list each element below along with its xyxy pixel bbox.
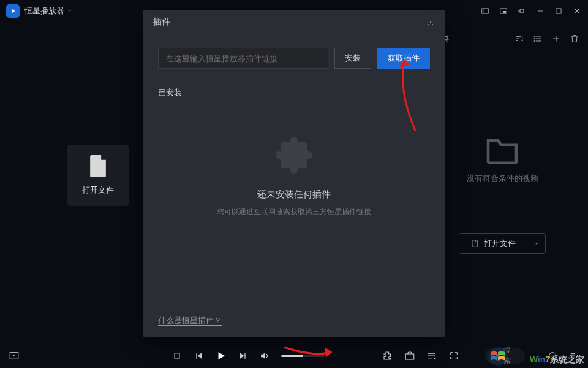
stop-icon[interactable] <box>172 350 183 361</box>
svg-rect-7 <box>556 9 561 13</box>
delete-icon[interactable] <box>570 34 579 44</box>
plugin-dialog: 插件 安装 获取插件 已安装 还未安装任何插件 您可以通过互联网搜索获取第三方恒… <box>143 10 445 337</box>
what-is-plugin-link[interactable]: 什么是恒星插件？ <box>158 316 222 325</box>
svg-rect-4 <box>520 9 524 13</box>
maximize-icon[interactable] <box>554 6 564 16</box>
sort-icon[interactable] <box>514 34 524 44</box>
next-icon[interactable] <box>238 350 248 361</box>
file-icon <box>88 155 108 177</box>
plugin-icon[interactable] <box>382 350 393 361</box>
pin-icon[interactable] <box>517 6 527 16</box>
dialog-title: 插件 <box>153 17 426 28</box>
chevron-down-icon <box>533 240 540 247</box>
empty-plugin-subtitle: 您可以通过互联网搜索获取第三方恒星插件链接 <box>217 207 371 217</box>
minimize-icon[interactable] <box>535 6 545 16</box>
chevron-down-icon[interactable] <box>67 7 73 15</box>
svg-rect-0 <box>482 9 489 13</box>
svg-marker-26 <box>197 353 202 358</box>
play-icon[interactable] <box>216 350 227 361</box>
empty-plugin-state: 还未安装任何插件 您可以通过互联网搜索获取第三方恒星插件链接 <box>158 135 430 306</box>
toolbox-icon[interactable] <box>404 350 415 361</box>
volume-slider[interactable] <box>281 355 325 357</box>
installed-section-label: 已安装 <box>158 87 430 98</box>
playlist-queue-icon[interactable] <box>426 350 437 361</box>
svg-point-46 <box>489 347 508 366</box>
svg-marker-36 <box>434 357 436 359</box>
open-file-button[interactable]: 打开文件 <box>459 233 527 254</box>
open-file-card-label: 打开文件 <box>82 185 114 196</box>
add-icon[interactable] <box>551 34 561 44</box>
svg-rect-32 <box>406 354 415 359</box>
svg-point-19 <box>534 40 535 41</box>
open-file-button-label: 打开文件 <box>484 238 516 249</box>
close-icon[interactable] <box>572 6 582 16</box>
dialog-close-button[interactable] <box>426 18 435 26</box>
svg-point-17 <box>534 36 535 36</box>
svg-rect-3 <box>503 11 506 13</box>
get-plugin-button[interactable]: 获取插件 <box>377 48 430 69</box>
svg-marker-28 <box>218 352 225 359</box>
folder-icon <box>485 136 519 164</box>
empty-folder-text: 没有符合条件的视频 <box>467 173 538 184</box>
svg-point-18 <box>534 38 535 39</box>
puzzle-icon <box>272 135 316 179</box>
windows-logo-icon <box>488 346 508 367</box>
empty-plugin-title: 还未安装任何插件 <box>257 189 331 201</box>
svg-marker-29 <box>240 353 244 358</box>
svg-marker-31 <box>261 353 265 359</box>
sidebar-toggle-icon[interactable] <box>480 6 490 16</box>
file-small-icon <box>470 239 479 248</box>
plugin-url-input[interactable] <box>158 48 328 69</box>
app-title: 恒星播放器 <box>24 6 64 17</box>
mini-player-icon[interactable] <box>499 6 508 16</box>
svg-marker-24 <box>13 355 15 357</box>
playlist-panel-icon[interactable] <box>9 350 20 361</box>
app-logo-icon <box>6 4 20 18</box>
list-view-icon[interactable] <box>533 34 543 44</box>
svg-rect-25 <box>175 353 179 358</box>
svg-rect-22 <box>472 240 477 247</box>
volume-icon[interactable] <box>259 350 270 361</box>
install-button[interactable]: 安装 <box>334 48 371 69</box>
previous-icon[interactable] <box>194 350 204 361</box>
fullscreen-icon[interactable] <box>448 350 459 361</box>
open-file-card[interactable]: 打开文件 <box>67 145 129 206</box>
empty-folder-state: 没有符合条件的视频 <box>467 136 538 184</box>
watermark: Win7系统之家 <box>530 355 584 366</box>
open-file-caret-button[interactable] <box>527 233 546 254</box>
